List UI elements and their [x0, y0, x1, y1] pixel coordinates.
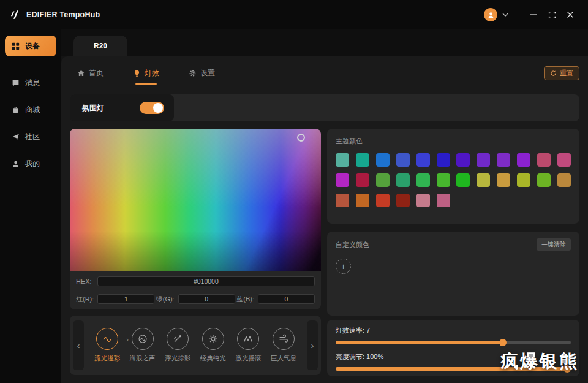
reset-label: 重置: [560, 69, 573, 78]
sidebar-item-label: 社区: [25, 132, 40, 142]
blue-label: 蓝(B):: [236, 295, 254, 304]
color-swatch[interactable]: [417, 153, 430, 167]
user-avatar[interactable]: [484, 8, 497, 21]
custom-colors-header: 自定义颜色 一键清除: [327, 232, 579, 251]
maximize-button[interactable]: [543, 6, 561, 24]
speed-slider[interactable]: [336, 341, 571, 344]
tab-light-effects[interactable]: 灯效: [133, 60, 159, 86]
carousel-left-arrow[interactable]: ‹: [73, 320, 84, 370]
color-swatch[interactable]: [437, 153, 450, 167]
effect-classic-light[interactable]: 经典纯光: [196, 328, 230, 363]
color-swatch[interactable]: [557, 153, 571, 167]
color-swatch[interactable]: [336, 173, 349, 187]
color-swatch[interactable]: [557, 173, 571, 187]
hex-input[interactable]: [97, 276, 315, 286]
sidebar-item-devices[interactable]: 设备: [5, 36, 56, 56]
effect-label: 巨人气息: [271, 354, 296, 363]
red-group: 红(R):: [76, 294, 154, 304]
blue-group: 蓝(B):: [236, 294, 315, 304]
color-swatch[interactable]: [396, 173, 410, 187]
sidebar-item-label: 设备: [25, 41, 40, 51]
color-swatch[interactable]: [356, 153, 369, 167]
color-picker-cursor[interactable]: [297, 134, 305, 142]
color-swatch[interactable]: [376, 153, 390, 167]
titlebar-controls: [484, 6, 579, 24]
close-button[interactable]: [561, 6, 579, 24]
effects-list: 流光溢彩 › 海浪之声 浮光掠影: [86, 328, 304, 363]
rgb-row: 红(R): 绿(G): 蓝(B):: [76, 294, 315, 304]
blue-input[interactable]: [258, 294, 315, 304]
add-custom-color-button[interactable]: +: [336, 259, 351, 274]
tab-settings[interactable]: 设置: [189, 60, 215, 86]
color-swatch[interactable]: [437, 194, 450, 207]
sidebar-item-community[interactable]: 社区: [5, 126, 56, 147]
reset-button[interactable]: 重置: [544, 66, 579, 80]
color-swatch[interactable]: [437, 173, 450, 187]
color-swatch[interactable]: [497, 173, 510, 187]
custom-colors-panel: 自定义颜色 一键清除 +: [327, 232, 579, 316]
color-swatch[interactable]: [417, 194, 430, 207]
ambient-light-panel: 氛围灯: [70, 94, 579, 121]
color-swatch[interactable]: [356, 173, 369, 187]
color-swatch[interactable]: [517, 153, 530, 167]
speed-slider-fill: [336, 341, 503, 344]
green-label: 绿(G):: [156, 295, 175, 304]
sidebar-item-messages[interactable]: 消息: [5, 72, 56, 93]
red-label: 红(R):: [76, 295, 94, 304]
chat-icon: [12, 79, 20, 87]
speed-slider-thumb[interactable]: [499, 339, 507, 346]
sidebar-item-label: 商城: [25, 105, 40, 115]
color-swatch[interactable]: [336, 153, 349, 167]
user-icon: [12, 160, 20, 168]
tab-label: 灯效: [145, 68, 159, 78]
red-input[interactable]: [97, 294, 154, 304]
color-swatch[interactable]: [356, 194, 369, 207]
color-swatch[interactable]: [376, 173, 390, 187]
effect-flowing-light[interactable]: 流光溢彩 ›: [90, 328, 124, 363]
color-swatch[interactable]: [497, 153, 510, 167]
sidebar-item-store[interactable]: 商城: [5, 99, 56, 120]
color-swatch[interactable]: [537, 153, 551, 167]
carousel-right-arrow[interactable]: ›: [307, 320, 318, 370]
effect-giant-breath[interactable]: 巨人气息: [266, 328, 301, 363]
color-swatch[interactable]: [517, 173, 530, 187]
effect-laser-rock[interactable]: 激光摇滚: [231, 328, 265, 363]
effect-gleam[interactable]: 浮光掠影: [160, 328, 195, 363]
effect-label: 流光溢彩: [94, 354, 120, 363]
grid-icon: [12, 42, 20, 50]
gleam-icon: [167, 328, 189, 350]
ambient-light-box: 氛围灯: [70, 94, 174, 121]
app-title: EDIFIER TempoHub: [26, 10, 100, 19]
color-swatch[interactable]: [477, 173, 490, 187]
color-swatch[interactable]: [477, 153, 490, 167]
green-input[interactable]: [178, 294, 235, 304]
send-icon: [12, 133, 20, 141]
color-gradient-area[interactable]: [70, 129, 321, 271]
hex-label: HEX:: [76, 278, 92, 285]
color-swatch[interactable]: [396, 153, 410, 167]
effect-ocean-sound[interactable]: 海浪之声: [126, 328, 160, 363]
color-swatch[interactable]: [456, 173, 470, 187]
main-content: 首页 灯效 设置 重置: [61, 56, 588, 383]
tab-home[interactable]: 首页: [77, 60, 104, 86]
sidebar-item-label: 消息: [25, 78, 40, 88]
tab-label: 首页: [89, 68, 104, 78]
clear-all-button[interactable]: 一键清除: [537, 238, 571, 251]
refresh-icon: [550, 70, 557, 77]
wind-icon: [273, 328, 295, 350]
device-tab-r20[interactable]: R20: [74, 36, 127, 56]
color-swatch[interactable]: [376, 194, 390, 207]
color-swatch[interactable]: [537, 173, 551, 187]
color-swatch[interactable]: [336, 194, 349, 207]
chevron-down-icon[interactable]: [502, 13, 508, 17]
device-tab-row: R20: [61, 29, 588, 56]
titlebar: EDIFIER TempoHub: [0, 0, 588, 29]
color-swatch[interactable]: [396, 194, 410, 207]
minimize-button[interactable]: [524, 6, 543, 24]
ambient-light-toggle[interactable]: [140, 102, 164, 114]
color-swatch[interactable]: [417, 173, 430, 187]
effects-carousel: ‹ 流光溢彩 › 海浪之声: [70, 316, 321, 375]
sidebar-item-profile[interactable]: 我的: [5, 153, 56, 174]
effect-label: 浮光掠影: [165, 354, 190, 363]
color-swatch[interactable]: [456, 153, 470, 167]
